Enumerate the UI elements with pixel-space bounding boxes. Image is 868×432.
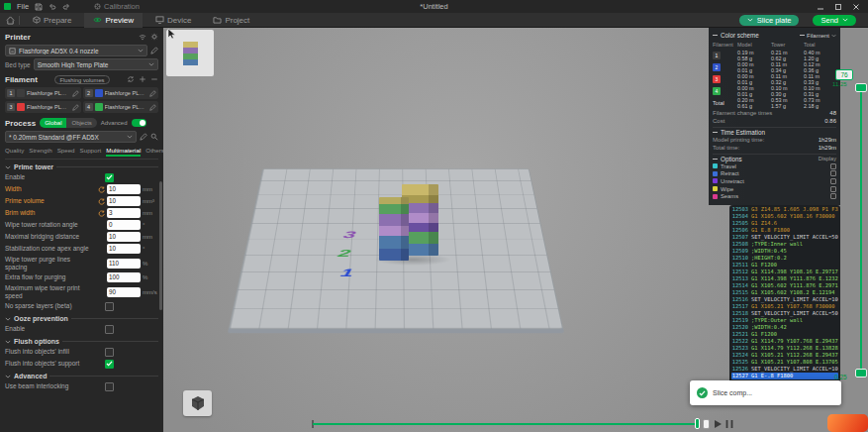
process-preset-select[interactable]: * 0.20mm Standard @FF AD5X [5,131,137,143]
purge-spacing-input[interactable]: 110 [107,259,141,269]
filament-slot-1[interactable]: 1 Flashforge PLA B... [5,87,81,99]
bed-type-select[interactable]: Smooth High Temp Plate [34,58,158,70]
travel-display-checkbox[interactable] [830,163,836,169]
move-slider-knob[interactable] [703,419,710,429]
cone-angle-input[interactable]: 10 [107,244,141,254]
panel-dash-icon [713,159,718,160]
brim-width-input[interactable]: 3 [107,208,141,218]
slice-complete-toast[interactable]: Slice comp... [690,380,841,405]
color-scheme-select[interactable]: Filament [800,33,836,39]
flushing-volumes-button[interactable]: Flushing volumes [54,75,109,84]
tab-quality[interactable]: Quality [5,147,24,157]
minimize-button[interactable] [817,3,824,11]
tab-device[interactable]: Device [146,13,200,28]
play-button[interactable] [714,419,723,429]
layer-slider-bottom-handle[interactable] [855,369,867,378]
filament-slot-4[interactable]: 4 Flashforge PLA Basic [83,101,159,113]
change-times-value: 48 [829,110,836,116]
unretract-display-checkbox[interactable] [830,178,836,184]
wipe-display-checkbox[interactable] [830,186,836,192]
ooze-prevention-section[interactable]: Ooze prevention [5,315,158,322]
time-estimation-title: Time Estimation [721,129,765,136]
add-filament-icon[interactable] [139,75,146,83]
flush-options-section[interactable]: Flush options [5,338,158,345]
filament-color-swatch[interactable] [17,103,25,111]
filament-slot-2[interactable]: 2 Flashforge PLA Basic [83,87,159,99]
max-speed-input[interactable]: 90 [107,287,141,297]
filament-slot-3[interactable]: 3 Flashforge PLA B... [5,101,81,113]
sync-filament-icon[interactable] [127,75,135,83]
flush-infill-checkbox[interactable] [105,348,114,357]
send-button[interactable]: Send [813,15,856,26]
redo-icon[interactable] [62,3,70,11]
undo-icon[interactable] [48,3,56,11]
search-settings-icon[interactable] [150,133,158,141]
tab-project[interactable]: Project [204,13,258,28]
edit-filament-icon[interactable] [149,90,156,97]
menu-file[interactable]: File [17,2,29,11]
prime-tower-section[interactable]: Prime tower [5,163,158,170]
interlocking-checkbox[interactable] [105,382,114,391]
tab-others[interactable]: Others [145,147,163,157]
enable-checkbox[interactable] [105,173,114,182]
orientation-cube[interactable] [183,390,212,416]
printer-preset-select[interactable]: Flashforge AD5X 0.4 nozzle [5,45,147,56]
edit-process-icon[interactable] [140,133,147,141]
tab-speed[interactable]: Speed [57,147,75,157]
close-button[interactable] [852,3,860,11]
flush-support-checkbox[interactable] [105,360,114,369]
filament-color-swatch[interactable] [95,89,103,97]
setting-row-no-sparse: No sparse layers (beta) [5,301,158,311]
advanced-section[interactable]: Advanced [5,373,158,379]
gcode-viewer[interactable]: 12503G3 Z14.85 I.605 J.098 P1 F30000 125… [729,205,840,401]
reset-icon[interactable] [98,210,105,217]
gcode-current-line[interactable]: 12527G1 E-.8 F1800 [731,373,838,379]
sliced-model[interactable] [379,197,409,261]
process-scope-toggle[interactable]: Global Objects [40,118,97,128]
tab-prepare[interactable]: Prepare [24,13,80,28]
corner-accent-badge[interactable] [827,414,868,432]
filament-color-swatch[interactable] [17,89,25,97]
ooze-enable-checkbox[interactable] [105,325,114,334]
scope-objects[interactable]: Objects [66,118,96,128]
tab-preview[interactable]: Preview [84,13,142,28]
extra-flow-input[interactable]: 100 [107,272,141,282]
edit-filament-icon[interactable] [72,104,79,111]
bridging-distance-input[interactable]: 10 [107,232,141,242]
reset-icon[interactable] [98,186,105,193]
viewport-3d[interactable]: 3 2 1 Color scheme Filament [163,28,868,432]
reset-icon[interactable] [98,198,105,205]
advanced-toggle[interactable] [132,119,146,127]
scope-global[interactable]: Global [40,118,66,128]
edit-filament-icon[interactable] [72,90,79,97]
tab-multimaterial[interactable]: Multimaterial [106,147,141,157]
mouse-cursor [167,28,176,40]
slice-plate-button[interactable]: Slice plate [739,15,800,26]
gear-icon[interactable] [150,33,158,41]
prime-volume-input[interactable]: 10 [107,196,141,206]
sidebar-scrollbar[interactable] [159,181,162,310]
total-time-value: 1h29m [819,145,836,151]
tab-support[interactable]: Support [80,147,102,157]
retract-display-checkbox[interactable] [830,170,836,176]
filament-list: 1 Flashforge PLA B... 2 Flashforge PLA B… [5,87,158,113]
layer-slider-top-handle[interactable] [855,83,867,92]
maximize-button[interactable] [834,3,842,11]
menu-calibration[interactable]: Calibration [94,2,140,11]
no-sparse-checkbox[interactable] [105,302,114,311]
seams-display-checkbox[interactable] [830,193,836,199]
pause-button[interactable] [725,419,733,429]
width-input[interactable]: 10 [107,184,141,194]
rotation-angle-input[interactable]: 0 [107,220,141,230]
move-slider-handle[interactable] [695,418,700,429]
edit-printer-icon[interactable] [150,47,158,54]
move-slider-track[interactable] [313,423,699,425]
tab-strength[interactable]: Strength [29,147,51,157]
wifi-icon[interactable] [139,33,146,41]
edit-filament-icon[interactable] [149,104,156,111]
home-icon[interactable] [6,16,15,25]
filament-color-swatch[interactable] [95,103,103,111]
save-icon[interactable] [35,3,43,11]
layer-slider-track[interactable] [860,87,862,377]
remove-filament-icon[interactable] [150,75,158,83]
